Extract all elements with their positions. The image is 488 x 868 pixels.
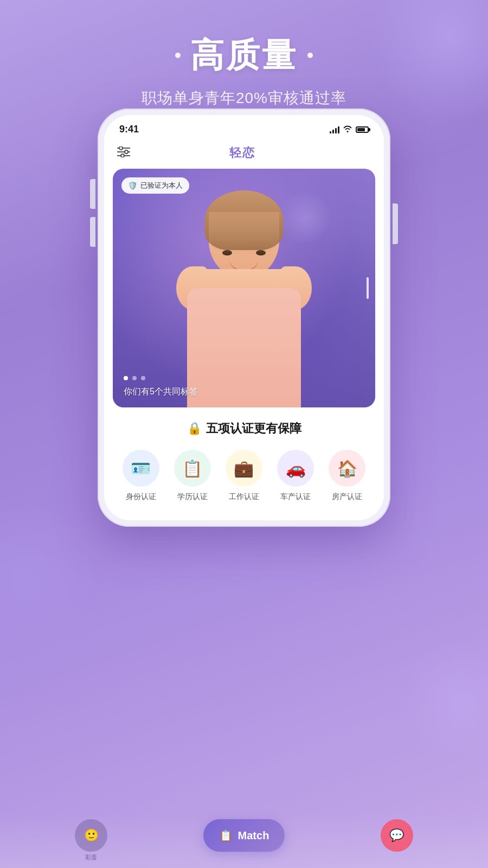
battery-icon xyxy=(356,126,369,133)
right-indicator xyxy=(367,277,369,299)
nav-item-match[interactable]: 📋 Match xyxy=(203,819,285,852)
chat-icon: 💬 xyxy=(389,828,404,843)
svg-point-1 xyxy=(119,146,123,150)
dot-indicator-3 xyxy=(141,376,145,380)
person-hair-front xyxy=(209,212,279,256)
cert-item-4: 🏠房产认证 xyxy=(329,450,365,502)
cert-icon-1: 📋 xyxy=(174,450,211,487)
signal-bar-4 xyxy=(338,126,339,133)
signal-bar-1 xyxy=(330,131,331,133)
cert-icon-0: 🪪 xyxy=(123,450,159,487)
signal-bars-icon xyxy=(330,126,339,133)
cert-title: 五项认证更有保障 xyxy=(206,420,301,437)
cert-item-1: 📋学历认证 xyxy=(174,450,211,502)
cert-title-row: 🔒 五项认证更有保障 xyxy=(115,420,373,437)
cert-item-2: 💼工作认证 xyxy=(226,450,262,502)
battery-fill xyxy=(357,128,365,131)
nav-btn-caidan[interactable]: 🙂 xyxy=(75,819,107,852)
bg-decoration-2 xyxy=(0,499,98,651)
wifi-icon xyxy=(343,125,352,134)
match-label: Match xyxy=(238,829,269,842)
match-icon: 📋 xyxy=(219,829,233,842)
svg-point-5 xyxy=(121,154,124,157)
match-button[interactable]: 📋 Match xyxy=(203,819,285,852)
headline-text: 高质量 xyxy=(190,33,298,78)
app-header: 轻恋 xyxy=(104,139,384,169)
filter-icon[interactable] xyxy=(117,146,130,160)
phone-mockup: 9:41 xyxy=(98,108,390,527)
signal-bar-2 xyxy=(332,130,334,133)
headline-row: 高质量 xyxy=(0,33,488,78)
phone-outer: 9:41 xyxy=(98,108,390,527)
cert-label-4: 房产认证 xyxy=(332,492,362,502)
bottom-nav: 🙂 彩蛋 📋 Match 💬 xyxy=(0,814,488,868)
chat-button[interactable]: 💬 xyxy=(381,819,413,852)
cert-item-0: 🪪身份认证 xyxy=(123,450,159,502)
cert-icons-row: 🪪身份认证📋学历认证💼工作认证🚗车产认证🏠房产认证 xyxy=(115,450,373,502)
dot-left xyxy=(175,53,181,58)
dot-indicator-1 xyxy=(124,376,128,380)
app-logo: 轻恋 xyxy=(229,145,255,161)
status-time: 9:41 xyxy=(119,124,139,135)
cert-label-2: 工作认证 xyxy=(229,492,259,502)
svg-point-3 xyxy=(125,150,128,154)
nav-item-caidan[interactable]: 🙂 彩蛋 xyxy=(75,819,107,852)
bg-decoration-3 xyxy=(401,640,488,760)
nav-item-chat[interactable]: 💬 xyxy=(381,819,413,852)
cert-icon-4: 🏠 xyxy=(329,450,365,487)
phone-notch xyxy=(206,115,282,130)
profile-card[interactable]: 🛡️ 已验证为本人 你们有5个共同标签 xyxy=(113,169,375,407)
common-tags-text: 你们有5个共同标签 xyxy=(124,386,198,398)
cert-item-3: 🚗车产认证 xyxy=(277,450,314,502)
lock-icon: 🔒 xyxy=(187,422,202,436)
top-section: 高质量 职场单身青年20%审核通过率 xyxy=(0,0,488,108)
shield-icon: 🛡️ xyxy=(128,181,137,190)
signal-bar-3 xyxy=(335,128,337,133)
nav-label-1: 彩蛋 xyxy=(85,853,97,861)
cert-label-3: 车产认证 xyxy=(280,492,311,502)
verified-text: 已验证为本人 xyxy=(140,181,183,190)
person-shirt xyxy=(187,288,301,407)
cert-icon-3: 🚗 xyxy=(277,450,314,487)
dots-indicator xyxy=(124,376,145,380)
cert-icon-2: 💼 xyxy=(226,450,262,487)
cert-label-1: 学历认证 xyxy=(177,492,208,502)
cert-label-0: 身份认证 xyxy=(126,492,156,502)
person-silhouette xyxy=(163,180,325,407)
dot-right xyxy=(307,53,313,58)
subtitle-text: 职场单身青年20%审核通过率 xyxy=(0,88,488,108)
dot-indicator-2 xyxy=(132,376,137,380)
verified-badge: 🛡️ 已验证为本人 xyxy=(121,177,189,194)
phone-inner: 9:41 xyxy=(104,115,384,520)
face-icon: 🙂 xyxy=(84,828,99,843)
status-icons xyxy=(330,125,369,134)
cert-card: 🔒 五项认证更有保障 🪪身份认证📋学历认证💼工作认证🚗车产认证🏠房产认证 xyxy=(104,407,384,520)
